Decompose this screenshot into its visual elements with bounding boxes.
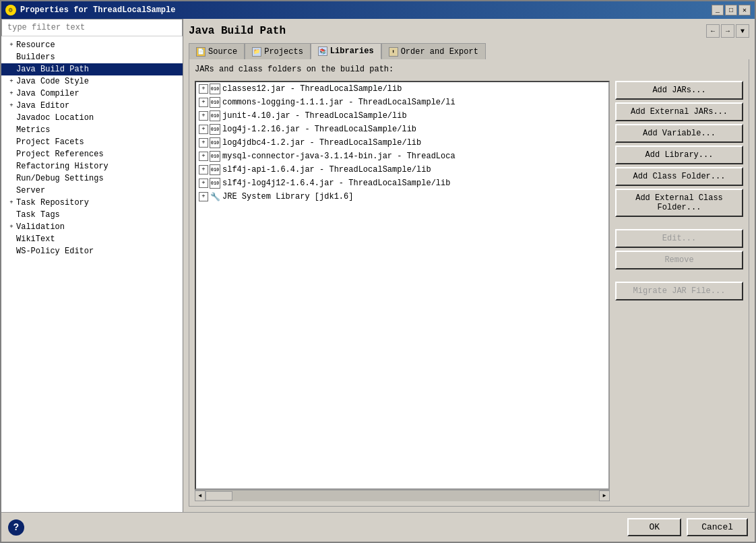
- close-button[interactable]: ✕: [738, 5, 751, 15]
- horizontal-scrollbar[interactable]: ◄ ►: [195, 490, 610, 501]
- jar-icon-log4j: 010: [210, 124, 220, 135]
- scroll-right-button[interactable]: ►: [599, 490, 610, 501]
- list-item[interactable]: + 010 slf4j-api-1.6.4.jar - ThreadLocalS…: [196, 163, 608, 177]
- list-area: + 010 classes12.jar - ThreadLocalSample/…: [195, 81, 610, 501]
- sidebar-label-java-code-style: Java Code Style: [16, 77, 89, 86]
- tab-source-label: Source: [208, 47, 237, 57]
- sidebar-item-java-code-style[interactable]: + Java Code Style: [1, 75, 183, 88]
- add-external-jars-button[interactable]: Add External JARs...: [615, 102, 743, 121]
- lib-label-classes12: classes12.jar - ThreadLocalSample/lib: [222, 84, 402, 94]
- tab-projects-label: Projects: [264, 47, 303, 57]
- sidebar-item-ws-policy-editor[interactable]: WS-Policy Editor: [1, 245, 183, 257]
- lib-list-container[interactable]: + 010 classes12.jar - ThreadLocalSample/…: [195, 81, 610, 490]
- list-item[interactable]: + 010 mysql-connector-java-3.1.14-bin.ja…: [196, 150, 608, 163]
- sidebar-item-project-facets[interactable]: Project Facets: [1, 136, 183, 148]
- expand-icon-java-editor[interactable]: +: [7, 101, 16, 110]
- list-item[interactable]: + 010 log4jdbc4-1.2.jar - ThreadLocalSam…: [196, 136, 608, 150]
- expand-icon-mysql-connector[interactable]: +: [199, 152, 208, 161]
- panel-title: Java Build Path: [189, 25, 286, 37]
- sidebar-item-resource[interactable]: + Resource: [1, 39, 183, 51]
- sidebar-item-run-debug-settings[interactable]: Run/Debug Settings: [1, 172, 183, 185]
- list-item[interactable]: + 010 slf4j-log4j12-1.6.4.jar - ThreadLo…: [196, 177, 608, 190]
- expand-icon-resource[interactable]: +: [7, 40, 16, 50]
- titlebar-left: ⚙ Properties for ThreadLocalSample: [5, 5, 175, 15]
- sidebar-item-refactoring-history[interactable]: Refactoring History: [1, 160, 183, 172]
- sidebar-item-javadoc-location[interactable]: Javadoc Location: [1, 112, 183, 124]
- ok-button[interactable]: OK: [627, 518, 681, 536]
- sidebar-item-builders[interactable]: Builders: [1, 51, 183, 63]
- button-spacer: [615, 220, 743, 226]
- add-jars-button[interactable]: Add JARs...: [615, 81, 743, 100]
- sidebar-item-java-compiler[interactable]: + Java Compiler: [1, 88, 183, 100]
- list-item[interactable]: + 010 log4j-1.2.16.jar - ThreadLocalSamp…: [196, 123, 608, 136]
- sidebar-item-metrics[interactable]: Metrics: [1, 124, 183, 136]
- sidebar-item-project-references[interactable]: Project References: [1, 148, 183, 160]
- right-panel: Java Build Path ← → ▼ 📄 Source 📁 Project…: [183, 19, 755, 512]
- lib-label-log4jdbc4: log4jdbc4-1.2.jar - ThreadLocalSample/li…: [222, 138, 421, 148]
- sidebar-item-task-repository[interactable]: + Task Repository: [1, 197, 183, 209]
- jar-icon-slf4j-log4j12: 010: [210, 178, 220, 189]
- sidebar-item-task-tags[interactable]: Task Tags: [1, 209, 183, 221]
- expand-icon-slf4j-log4j12[interactable]: +: [199, 179, 208, 188]
- cancel-button[interactable]: Cancel: [687, 518, 748, 536]
- expand-icon-java-compiler[interactable]: +: [7, 89, 16, 98]
- add-variable-button[interactable]: Add Variable...: [615, 124, 743, 143]
- list-item[interactable]: + 010 commons-logging-1.1.1.jar - Thread…: [196, 96, 608, 109]
- list-item[interactable]: + 🔧 JRE System Library [jdk1.6]: [196, 190, 608, 203]
- nav-forward-button[interactable]: →: [721, 24, 734, 38]
- sidebar-label-project-references: Project References: [16, 150, 104, 159]
- expand-icon-classes12[interactable]: +: [199, 84, 208, 94]
- list-item[interactable]: + 010 classes12.jar - ThreadLocalSample/…: [196, 82, 608, 96]
- left-panel: + Resource Builders Java Build Path: [1, 19, 183, 512]
- tab-projects[interactable]: 📁 Projects: [245, 43, 311, 59]
- list-item[interactable]: + 010 junit-4.10.jar - ThreadLocalSample…: [196, 109, 608, 123]
- minimize-button[interactable]: _: [712, 5, 724, 15]
- tab-order-export[interactable]: ⬆ Order and Export: [381, 43, 486, 59]
- nav-back-button[interactable]: ←: [706, 24, 720, 38]
- scroll-left-button[interactable]: ◄: [195, 490, 206, 501]
- titlebar-controls[interactable]: _ □ ✕: [712, 5, 751, 15]
- edit-button[interactable]: Edit...: [615, 229, 743, 248]
- scroll-track[interactable]: [206, 490, 599, 501]
- sidebar-item-validation[interactable]: + Validation: [1, 221, 183, 233]
- expand-icon-log4jdbc4[interactable]: +: [199, 138, 208, 148]
- jar-icon-commons-logging: 010: [210, 97, 220, 108]
- lib-label-junit: junit-4.10.jar - ThreadLocalSample/lib: [222, 111, 407, 121]
- expand-icon-jre[interactable]: +: [199, 192, 208, 201]
- lib-label-slf4j-api: slf4j-api-1.6.4.jar - ThreadLocalSample/…: [222, 165, 431, 174]
- sidebar-label-java-compiler: Java Compiler: [16, 89, 80, 98]
- sidebar-item-java-editor[interactable]: + Java Editor: [1, 100, 183, 112]
- expand-icon-slf4j-api[interactable]: +: [199, 165, 208, 174]
- jar-icon-mysql-connector: 010: [210, 151, 220, 162]
- migrate-jar-button[interactable]: Migrate JAR File...: [615, 282, 743, 300]
- maximize-button[interactable]: □: [725, 5, 737, 15]
- add-class-folder-button[interactable]: Add Class Folder...: [615, 167, 743, 186]
- scroll-thumb[interactable]: [206, 491, 232, 501]
- expand-icon-log4j[interactable]: +: [199, 125, 208, 134]
- expand-icon-java-code-style[interactable]: +: [7, 77, 16, 86]
- expand-icon-task-repository[interactable]: +: [7, 198, 16, 207]
- add-external-class-folder-button[interactable]: Add External Class Folder...: [615, 189, 743, 217]
- sidebar-label-refactoring-history: Refactoring History: [16, 162, 108, 171]
- nav-buttons: ← → ▼: [706, 24, 749, 38]
- tab-libraries[interactable]: 📚 Libraries: [311, 43, 381, 59]
- sidebar-label-run-debug-settings: Run/Debug Settings: [16, 174, 104, 183]
- bottom-buttons: OK Cancel: [627, 518, 748, 536]
- help-button[interactable]: ?: [8, 519, 24, 536]
- lib-label-jre: JRE System Library [jdk1.6]: [222, 192, 353, 201]
- expand-icon-junit[interactable]: +: [199, 111, 208, 121]
- sidebar-item-wikitext[interactable]: WikiText: [1, 233, 183, 245]
- expand-icon-commons-logging[interactable]: +: [199, 98, 208, 107]
- tab-libraries-label: Libraries: [330, 46, 374, 56]
- remove-button[interactable]: Remove: [615, 251, 743, 269]
- sidebar-item-server[interactable]: Server: [1, 185, 183, 197]
- add-library-button[interactable]: Add Library...: [615, 146, 743, 164]
- tab-source[interactable]: 📄 Source: [189, 43, 245, 59]
- sidebar-label-validation: Validation: [16, 222, 65, 232]
- expand-icon-validation[interactable]: +: [7, 222, 16, 232]
- jar-icon-slf4j-api: 010: [210, 164, 220, 175]
- filter-input[interactable]: [1, 19, 183, 36]
- jar-icon-junit: 010: [210, 110, 220, 121]
- nav-dropdown-button[interactable]: ▼: [736, 24, 749, 38]
- sidebar-item-java-build-path[interactable]: Java Build Path: [1, 63, 183, 75]
